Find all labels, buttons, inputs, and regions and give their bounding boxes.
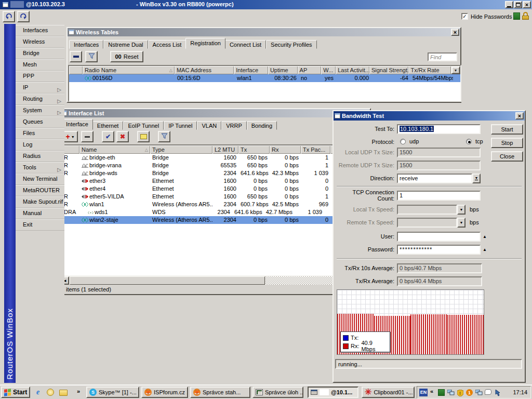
menu-item-manual[interactable]: Manual (16, 208, 64, 219)
messenger-icon[interactable] (485, 389, 491, 395)
restore-button[interactable] (514, 1, 522, 8)
ie-quicklaunch-icon[interactable]: e (34, 389, 42, 396)
clock-quicklaunch-icon[interactable] (47, 389, 54, 396)
user-expand-icon[interactable]: ▲ (483, 234, 487, 239)
interface-table-header[interactable]: Name△ Type L2 MTU Tx Rx Tx Pac... R... (62, 145, 370, 154)
network-icon[interactable] (475, 389, 483, 396)
menu-item-files[interactable]: Files (16, 128, 64, 139)
tab-ip-tunnel[interactable]: IP Tunnel (164, 121, 197, 130)
password-input[interactable]: ************ (397, 245, 481, 255)
bandwidth-test-close-button[interactable]: × (515, 112, 524, 119)
test-to-input[interactable]: 10.103.180.1 (397, 124, 481, 134)
tab-registration[interactable]: Registration (185, 38, 225, 49)
reset-button[interactable]: 00 Reset (110, 51, 143, 62)
tab-interface[interactable]: Interface (61, 119, 93, 130)
hide-passwords-checkbox[interactable]: ✓ (461, 13, 468, 20)
menu-item-system[interactable]: System▷ (16, 105, 64, 116)
tab-security-profiles[interactable]: Security Profiles (266, 40, 316, 49)
tcp-connection-count-input[interactable]: 1 (397, 191, 481, 201)
remove-interface-button[interactable] (81, 131, 94, 142)
bandwidth-test-titlebar[interactable]: Bandwidth Test × (334, 111, 525, 121)
tab-bonding[interactable]: Bonding (247, 121, 277, 130)
protocol-udp-radio[interactable] (400, 139, 406, 144)
network-icon[interactable] (447, 389, 455, 396)
password-expand-icon[interactable]: ▲ (483, 247, 487, 252)
stop-button[interactable]: Stop (491, 138, 523, 148)
registration-row[interactable]: 00156D 00:15:6D wlan1 08:30:26 no yes 0.… (69, 74, 460, 82)
menu-item-exit[interactable]: Exit (16, 219, 64, 231)
undo-button[interactable] (3, 11, 15, 22)
start-button[interactable]: Start (491, 124, 523, 135)
wireless-tables-close-button[interactable]: × (451, 29, 459, 36)
task-clipboard01[interactable]: ✳ Clipboard01 -... (362, 387, 415, 398)
menu-item-tools[interactable]: Tools▷ (16, 162, 64, 174)
menu-item-interfaces[interactable]: Interfaces (16, 25, 64, 36)
task-spravce-stahovani[interactable]: 🦊 Správce stah... (190, 387, 250, 398)
tab-connect-list[interactable]: Connect List (225, 40, 266, 49)
start-button-taskbar[interactable]: Start (1, 387, 30, 398)
close-dialog-button[interactable]: Close (491, 151, 523, 162)
wireless-tables-titlebar[interactable]: Wireless Tables × (68, 28, 460, 36)
table-row[interactable]: ether4 Ethernet 1600 0 bps 0 bps 0 (62, 185, 370, 193)
filter-button[interactable] (158, 131, 170, 142)
language-indicator[interactable]: EN (419, 389, 428, 396)
tab-nstreme-dual[interactable]: Nstreme Dual (103, 40, 148, 49)
horizontal-scrollbar[interactable]: ◄ (61, 276, 371, 285)
tab-access-list[interactable]: Access List (148, 40, 187, 49)
comment-button[interactable] (137, 131, 150, 142)
user-input[interactable] (397, 232, 481, 242)
table-row[interactable]: R wlan1 Wireless (Atheros AR5... 2304 60… (62, 201, 370, 208)
table-row[interactable]: R bridge-vrana Bridge 65535 650 bps 0 bp… (62, 162, 370, 169)
add-interface-button[interactable]: + ▼ (62, 131, 78, 142)
task-skype[interactable]: S Skype™ [1] -... (86, 387, 139, 398)
minimize-button[interactable] (505, 1, 513, 8)
scrollbar-thumb[interactable] (70, 276, 265, 285)
protocol-tcp-radio[interactable] (466, 139, 472, 144)
filter-button[interactable] (85, 51, 98, 62)
menu-item-ip[interactable]: IP▷ (16, 82, 64, 94)
table-row[interactable]: R bridge-eth Bridge 1600 650 bps 0 bps 1 (62, 154, 370, 162)
remove-registration-button[interactable] (70, 51, 82, 62)
table-row-selected[interactable]: wlan2-staje Wireless (Atheros AR5... 230… (62, 216, 370, 224)
security-shield-icon[interactable]: ! (457, 389, 464, 396)
menu-item-mesh[interactable]: Mesh (16, 59, 64, 71)
column-menu-button[interactable]: ▼ (451, 66, 460, 74)
direction-dropdown-button[interactable]: ▼ (472, 174, 481, 183)
menu-item-wireless[interactable]: Wireless (16, 36, 64, 48)
table-row[interactable]: DRA wds1 WDS 2304 641.6 kbps 42.7 Mbps 1… (62, 208, 370, 216)
redo-button[interactable] (17, 11, 30, 22)
tab-ethernet[interactable]: Ethernet (92, 121, 124, 130)
menu-item-bridge[interactable]: Bridge (16, 48, 64, 59)
table-row[interactable]: ether3 Ethernet 1600 0 bps 0 bps 0 (62, 177, 370, 185)
direction-select[interactable]: receive (397, 174, 472, 183)
close-button[interactable]: × (523, 1, 531, 8)
menu-item-new-terminal[interactable]: New Terminal (16, 174, 64, 185)
folder-quicklaunch-icon[interactable] (59, 390, 68, 396)
tab-interfaces[interactable]: Interfaces (69, 40, 103, 49)
traffic-tray-icon[interactable] (438, 389, 445, 396)
quicklaunch-overflow-chevron[interactable]: » (77, 388, 80, 394)
menu-item-radius[interactable]: Radius (16, 151, 64, 162)
menu-item-log[interactable]: Log (16, 139, 64, 151)
interface-list-titlebar[interactable]: Interface List (60, 109, 370, 117)
tab-vrrp[interactable]: VRRP (221, 121, 247, 130)
disable-button[interactable]: ✖ (116, 131, 129, 142)
tab-eoip-tunnel[interactable]: EoIP Tunnel (123, 121, 164, 130)
menu-item-ppp[interactable]: PPP (16, 71, 64, 82)
menu-item-routing[interactable]: Routing▷ (16, 94, 64, 105)
table-row[interactable]: R bridge-wds Bridge 2304 641.6 kbps 42.3… (62, 169, 370, 177)
tab-vlan[interactable]: VLAN (197, 121, 221, 130)
enable-button[interactable]: ✔ (102, 131, 114, 142)
clock[interactable]: 17:14 (513, 389, 527, 395)
task-spravce-uloh[interactable]: Správce úloh ... (252, 387, 303, 398)
pointer-device-icon[interactable] (494, 389, 501, 396)
menu-item-metarouter[interactable]: MetaROUTER (16, 185, 64, 196)
find-input[interactable] (428, 52, 457, 61)
table-row[interactable]: R ether5-VILDA Ethernet 1600 650 bps 0 b… (62, 193, 370, 201)
update-badge-icon[interactable]: 1 (466, 389, 473, 396)
task-ispforum[interactable]: 🦊 ISPforum.cz ... (141, 387, 188, 398)
tray-collapse-chevron[interactable]: « (430, 388, 433, 394)
task-winbox[interactable]: @10.1... (308, 387, 358, 398)
registration-table-header[interactable]: Radio Name△ MAC Address Interface Uptime… (69, 66, 460, 74)
menu-item-queues[interactable]: Queues (16, 116, 64, 128)
